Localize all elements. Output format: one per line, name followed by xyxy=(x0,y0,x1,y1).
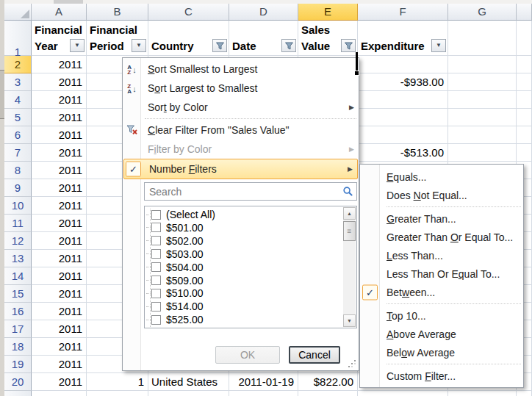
submenu-item-custom-filter[interactable]: Custom Filter... xyxy=(360,367,523,385)
submenu-item-top-10[interactable]: Top 10... xyxy=(360,306,523,325)
checkbox-icon[interactable] xyxy=(151,249,161,259)
header-cell-e[interactable]: SalesValue xyxy=(298,21,358,56)
cancel-button[interactable]: Cancel xyxy=(289,346,340,364)
submenu-item-greater-than-or-equal-to[interactable]: Greater Than Or Equal To... xyxy=(360,228,523,246)
submenu-item-greater-than[interactable]: Greater Than... xyxy=(360,209,523,228)
column-header-a[interactable]: A xyxy=(32,4,87,21)
cell-A9[interactable]: 2011 xyxy=(32,179,87,197)
menu-item-sort-smallest-to-largest[interactable]: AZ↓Sort Smallest to Largest xyxy=(123,60,359,79)
cell-E21[interactable] xyxy=(298,391,358,396)
cell-A4[interactable]: 2011 xyxy=(32,91,87,109)
cell-F3[interactable]: -$938.00 xyxy=(358,73,448,91)
search-icon[interactable] xyxy=(342,185,354,198)
cell-D21[interactable] xyxy=(229,391,298,396)
list-item[interactable]: $502.00 xyxy=(145,234,356,248)
menu-item-sort-largest-to-smallest[interactable]: ZA↓Sort Largest to Smallest xyxy=(123,79,359,98)
cell-A15[interactable]: 2011 xyxy=(32,285,87,303)
checkbox-icon[interactable] xyxy=(151,276,161,285)
row-header-6[interactable]: 6 xyxy=(4,126,32,144)
header-cell-d[interactable]: Date xyxy=(229,21,298,56)
list-item[interactable]: $510.00 xyxy=(145,287,356,300)
row-header-20[interactable]: 20 xyxy=(4,373,32,391)
cell-A6[interactable]: 2011 xyxy=(32,126,87,144)
scroll-up-icon[interactable]: ▲ xyxy=(343,207,356,220)
cell-H21[interactable] xyxy=(517,391,532,396)
header-cell-f[interactable]: Expenditure▼ xyxy=(358,21,448,56)
cell-C20[interactable]: United States xyxy=(148,373,229,391)
row-header-8[interactable]: 8 xyxy=(4,162,32,179)
cell-A8[interactable]: 2011 xyxy=(32,162,87,179)
cell-A16[interactable]: 2011 xyxy=(32,303,87,320)
row-header-10[interactable]: 10 xyxy=(4,197,32,215)
checkbox-icon[interactable] xyxy=(151,223,161,232)
cell-H5[interactable] xyxy=(517,109,532,126)
row-header-7[interactable]: 7 xyxy=(4,144,32,162)
cell-A19[interactable]: 2011 xyxy=(32,356,87,373)
cell-D20[interactable]: 2011-01-19 xyxy=(229,373,298,391)
cell-H4[interactable] xyxy=(517,91,532,109)
column-header-c[interactable]: C xyxy=(148,4,229,21)
cell-A20[interactable]: 2011 xyxy=(32,373,87,391)
cell-G7[interactable] xyxy=(448,144,517,162)
cell-A13[interactable]: 2011 xyxy=(32,250,87,267)
cell-A5[interactable]: 2011 xyxy=(32,109,87,126)
cell-H6[interactable] xyxy=(517,126,532,144)
checkbox-icon[interactable] xyxy=(151,210,161,220)
row-header-14[interactable]: 14 xyxy=(4,267,32,285)
cell-A21[interactable] xyxy=(32,391,87,396)
filter-applied-button[interactable] xyxy=(281,39,296,52)
cell-A2[interactable]: 2011 xyxy=(32,56,87,73)
fill-handle[interactable] xyxy=(354,71,359,76)
checkbox-icon[interactable] xyxy=(151,262,161,272)
row-header-13[interactable]: 13 xyxy=(4,250,32,267)
cell-A12[interactable]: 2011 xyxy=(32,232,87,250)
cell-E20[interactable]: $822.00 xyxy=(298,373,358,391)
cell-G3[interactable] xyxy=(448,73,517,91)
cell-G2[interactable] xyxy=(448,56,517,73)
row-header-5[interactable]: 5 xyxy=(4,109,32,126)
ok-button[interactable]: OK xyxy=(215,346,280,364)
list-item[interactable] xyxy=(145,326,356,328)
column-header-g[interactable]: G xyxy=(448,4,517,21)
list-item[interactable]: $503.00 xyxy=(145,248,356,261)
menu-item-clear-filter[interactable]: Clear Filter From "Sales Value" xyxy=(123,120,359,140)
submenu-item-below-average[interactable]: Below Average xyxy=(360,343,523,361)
row-header-12[interactable]: 12 xyxy=(4,232,32,250)
list-item[interactable]: $525.00 xyxy=(145,313,356,326)
row-header-4[interactable]: 4 xyxy=(4,91,32,109)
cell-B20[interactable]: 1 xyxy=(87,373,148,391)
checkbox-icon[interactable] xyxy=(151,236,161,245)
checkbox-icon[interactable] xyxy=(151,289,161,298)
column-header-partial[interactable] xyxy=(517,4,532,21)
cell-H2[interactable] xyxy=(517,56,532,73)
cell-A3[interactable]: 2011 xyxy=(32,73,87,91)
column-header-f[interactable]: F xyxy=(358,4,448,21)
list-item[interactable]: $509.00 xyxy=(145,274,356,287)
search-input[interactable] xyxy=(148,184,338,199)
cell-A17[interactable]: 2011 xyxy=(32,320,87,338)
checkbox-icon[interactable] xyxy=(151,315,161,325)
menu-item-number-filters[interactable]: ✓Number Filters▶ xyxy=(123,159,358,179)
submenu-item-less-than[interactable]: Less Than... xyxy=(360,246,523,264)
cell-H7[interactable] xyxy=(517,144,532,162)
cell-A14[interactable]: 2011 xyxy=(32,267,87,285)
checkbox-icon[interactable] xyxy=(151,302,161,312)
list-item[interactable]: $514.00 xyxy=(145,300,356,313)
column-header-e[interactable]: E xyxy=(298,4,358,21)
cell-H3[interactable] xyxy=(517,73,532,91)
cell-A11[interactable]: 2011 xyxy=(32,215,87,232)
cell-G6[interactable] xyxy=(448,126,517,144)
header-cell-a[interactable]: FinancialYear▼ xyxy=(32,21,87,56)
cell-G21[interactable] xyxy=(448,391,517,396)
resize-grip[interactable] xyxy=(348,359,356,368)
row-header-15[interactable]: 15 xyxy=(4,285,32,303)
scroll-down-icon[interactable]: ▼ xyxy=(343,314,356,327)
row-header-18[interactable]: 18 xyxy=(4,338,32,356)
cell-F7[interactable]: -$513.00 xyxy=(358,144,448,162)
cell-B21[interactable] xyxy=(87,391,148,396)
cell-F4[interactable] xyxy=(358,91,448,109)
row-header-11[interactable]: 11 xyxy=(4,215,32,232)
row-header-19[interactable]: 19 xyxy=(4,356,32,373)
cell-F6[interactable] xyxy=(358,126,448,144)
row-header-17[interactable]: 17 xyxy=(4,320,32,338)
